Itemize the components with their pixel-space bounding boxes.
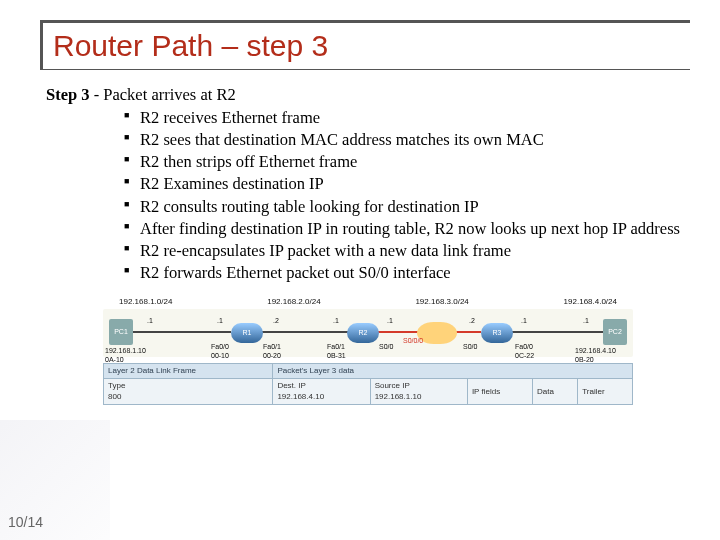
iface-label: S0/0: [379, 343, 393, 352]
router-r1-icon: R1: [231, 323, 263, 343]
list-item: R2 consults routing table looking for de…: [124, 196, 690, 217]
subnet-row: 192.168.1.0/24 192.168.2.0/24 192.168.3.…: [103, 297, 633, 307]
router-r3-icon: R3: [481, 323, 513, 343]
iface-label: .1: [147, 317, 153, 326]
iface-label: .1: [217, 317, 223, 326]
pc2-icon: PC2: [603, 319, 627, 345]
page-number: 10/14: [8, 514, 43, 530]
subnet-label: 192.168.4.0/24: [564, 297, 617, 307]
cell: Dest. IP 192.168.4.10: [273, 379, 370, 404]
l3-caption: Packet's Layer 3 data: [273, 364, 633, 379]
iface-label: Fa0/0 0C-22: [515, 343, 534, 361]
cell: Data: [533, 379, 578, 404]
iface-label: .2: [273, 317, 279, 326]
subnet-label: 192.168.1.0/24: [119, 297, 172, 307]
list-item: R2 receives Ethernet frame: [124, 107, 690, 128]
cell: Type 800: [104, 379, 273, 404]
subnet-label: 192.168.3.0/24: [415, 297, 468, 307]
iface-label: .1: [387, 317, 393, 326]
step-label: Step 3: [46, 85, 90, 104]
iface-label: S0/0: [463, 343, 477, 352]
iface-label: .1: [583, 317, 589, 326]
iface-label: .1: [521, 317, 527, 326]
iface-label: 192.168.1.10 0A-10: [105, 347, 146, 365]
iface-label: Fa0/1 00-20: [263, 343, 281, 361]
list-item: R2 then strips off Ethernet frame: [124, 151, 690, 172]
iface-label: .2: [469, 317, 475, 326]
iface-label: Fa0/0 00-10: [211, 343, 229, 361]
cell: IP fields: [467, 379, 532, 404]
bullet-list: R2 receives Ethernet frame R2 sees that …: [46, 107, 690, 283]
iface-label: Fa0/1 0B-31: [327, 343, 346, 361]
iface-label: S0/0/0: [403, 337, 423, 346]
list-item: R2 sees that destination MAC address mat…: [124, 129, 690, 150]
pc1-icon: PC1: [109, 319, 133, 345]
iface-label: 192.168.4.10 0B-20: [575, 347, 616, 365]
list-item: After finding destination IP in routing …: [124, 218, 690, 239]
slide-title: Router Path – step 3: [40, 20, 690, 70]
router-r2-icon: R2: [347, 323, 379, 343]
cell: Source IP 192.168.1.10: [370, 379, 467, 404]
l2-caption: Layer 2 Data Link Frame: [104, 364, 273, 379]
subnet-label: 192.168.2.0/24: [267, 297, 320, 307]
list-item: R2 re-encapsulates IP packet with a new …: [124, 240, 690, 261]
step-suffix: - Packet arrives at R2: [90, 85, 236, 104]
cell: Trailer: [578, 379, 633, 404]
iface-label: .1: [333, 317, 339, 326]
network-diagram: 192.168.1.0/24 192.168.2.0/24 192.168.3.…: [103, 297, 633, 405]
list-item: R2 forwards Ethernet packet out S0/0 int…: [124, 262, 690, 283]
frame-table: Layer 2 Data Link Frame Packet's Layer 3…: [103, 363, 633, 405]
slide-body: Step 3 - Packet arrives at R2 R2 receive…: [40, 84, 690, 405]
step-heading: Step 3 - Packet arrives at R2: [46, 84, 690, 105]
list-item: R2 Examines destination IP: [124, 173, 690, 194]
topology: PC1 R1 R2 R3 PC2 .1 .1 .2 .1 .1 .2 .1 .1…: [103, 309, 633, 357]
